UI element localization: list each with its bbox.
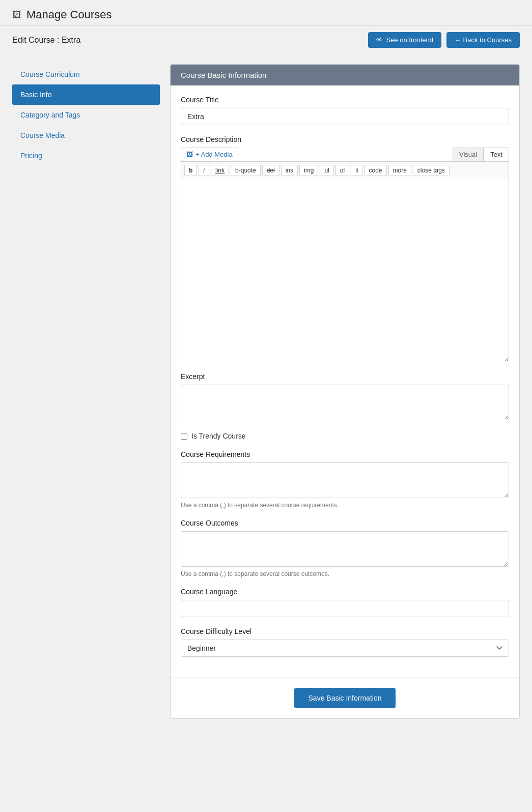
requirements-helper: Use a comma (,) to separate several cour… [181,502,509,509]
format-ol[interactable]: ol [335,165,349,176]
is-trendy-label[interactable]: Is Trendy Course [191,432,246,440]
format-ul[interactable]: ul [320,165,333,176]
outcomes-field: Course Outcomes Use a comma (,) to separ… [181,519,509,577]
format-bold[interactable]: b [184,165,197,176]
language-field: Course Language [181,588,509,617]
media-icon: 🖼 [186,151,193,158]
format-del[interactable]: del [262,165,279,176]
eye-icon: 👁 [376,36,383,44]
content-body: Course Title Course Description 🖼 + Add … [171,85,519,677]
course-title-field: Course Title [181,96,509,125]
sidebar-item-category-and-tags[interactable]: Category and Tags [12,105,160,125]
format-italic[interactable]: i [199,165,209,176]
format-img[interactable]: img [299,165,318,176]
save-row: Save Basic Information [171,677,519,718]
format-close-tags[interactable]: close tags [413,165,450,176]
main-layout: Course Curriculum Basic Info Category an… [0,54,532,729]
see-on-frontend-button[interactable]: 👁 See on frontend [368,32,441,48]
is-trendy-checkbox[interactable] [181,433,187,440]
subheader: Edit Course : Extra 👁 See on frontend ← … [0,26,532,54]
format-toolbar: b i link b-quote del ins img ul ol li co… [181,161,509,179]
excerpt-field: Excerpt [181,372,509,422]
sidebar-item-course-curriculum[interactable]: Course Curriculum [12,64,160,84]
difficulty-field: Course Difficulty Level Beginner Interme… [181,627,509,657]
page-title: Manage Courses [26,8,112,21]
add-media-button[interactable]: 🖼 + Add Media [181,148,238,161]
tab-visual[interactable]: Visual [453,148,484,161]
editor-toolbar: 🖼 + Add Media Visual Text [181,148,509,161]
language-label: Course Language [181,588,509,596]
outcomes-helper: Use a comma (,) to separate several cour… [181,570,509,577]
format-more[interactable]: more [388,165,411,176]
difficulty-label: Course Difficulty Level [181,627,509,635]
format-link[interactable]: link [211,165,229,176]
save-basic-info-button[interactable]: Save Basic Information [294,688,396,708]
manage-courses-icon: 🖼 [12,10,21,20]
format-code[interactable]: code [364,165,386,176]
format-li[interactable]: li [351,165,362,176]
sidebar-item-pricing[interactable]: Pricing [12,146,160,166]
back-to-courses-button[interactable]: ← Back to Courses [446,32,520,48]
course-title-input[interactable] [181,108,509,125]
outcomes-textarea[interactable] [181,531,509,567]
requirements-textarea[interactable] [181,462,509,498]
tab-text[interactable]: Text [484,148,509,161]
course-title-label: Course Title [181,96,509,104]
difficulty-select[interactable]: Beginner Intermediate Advanced Expert [181,640,509,657]
editor-tabs: Visual Text [453,148,509,161]
header-actions: 👁 See on frontend ← Back to Courses [368,32,520,48]
language-input[interactable] [181,600,509,617]
sidebar-item-basic-info[interactable]: Basic Info [12,84,160,105]
requirements-label: Course Requirements [181,450,509,458]
sidebar-item-course-media[interactable]: Course Media [12,125,160,146]
format-bquote[interactable]: b-quote [231,165,261,176]
is-trendy-row: Is Trendy Course [181,432,509,440]
outcomes-label: Course Outcomes [181,519,509,527]
course-description-field: Course Description 🖼 + Add Media Visual … [181,135,509,362]
course-description-label: Course Description [181,135,509,143]
content-header: Course Basic Information [171,65,519,85]
format-ins[interactable]: ins [281,165,298,176]
excerpt-label: Excerpt [181,372,509,381]
requirements-field: Course Requirements Use a comma (,) to s… [181,450,509,509]
content-area: Course Basic Information Course Title Co… [170,64,520,719]
sidebar: Course Curriculum Basic Info Category an… [12,64,160,719]
page-header: 🖼 Manage Courses [0,0,532,26]
edit-course-subtitle: Edit Course : Extra [12,36,80,45]
excerpt-textarea[interactable] [181,385,509,420]
description-editor[interactable] [181,179,509,362]
